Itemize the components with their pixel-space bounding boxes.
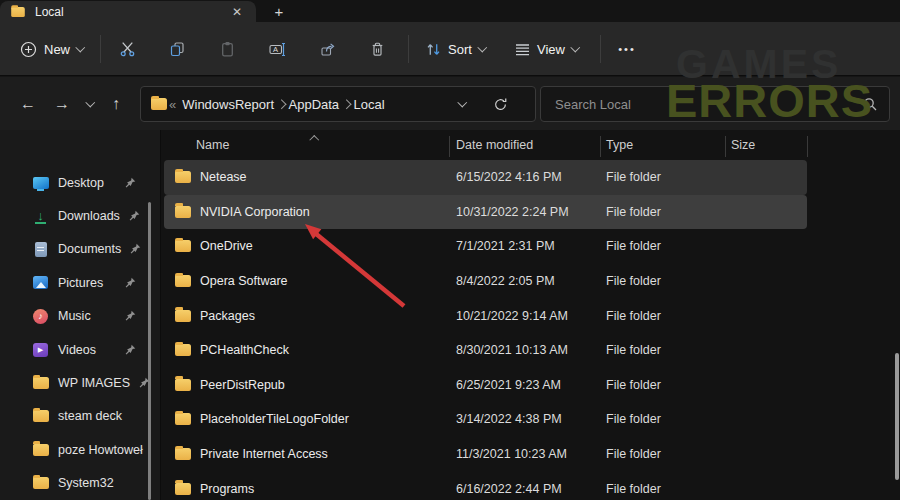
search-input[interactable] [541,87,889,121]
explorer-tab-local[interactable]: Local ✕ [0,1,256,22]
downloads-icon [32,208,49,225]
paste-icon [220,41,235,57]
column-header-date-modified[interactable]: Date modified [456,138,533,152]
sidebar-item-label: Pictures [58,276,103,290]
view-button[interactable]: View [505,33,588,65]
search-icon[interactable] [863,97,878,116]
close-tab-icon[interactable]: ✕ [228,4,246,20]
new-tab-button[interactable]: + [266,0,292,22]
sidebar-item-desktop[interactable]: Desktop [0,166,158,199]
copy-button[interactable] [158,33,196,65]
folder-icon [32,408,49,425]
paste-button[interactable] [208,33,246,65]
column-separator[interactable] [807,136,808,157]
back-button[interactable]: ← [15,91,41,117]
tab-bar: Local ✕ + [0,0,900,22]
file-row-onedrive[interactable]: OneDrive7/1/2021 2:31 PMFile folder [164,229,807,264]
file-type: File folder [606,447,661,461]
ellipsis-icon: ••• [618,43,636,55]
address-bar[interactable]: « WindowsReport AppData Local [140,86,536,122]
breadcrumb-windowsreport[interactable]: WindowsReport [182,97,274,112]
breadcrumb-local[interactable]: Local [354,97,385,112]
sidebar-item-videos[interactable]: Videos [0,333,158,366]
file-list: Name Date modified Type Size Netease6/15… [160,130,900,500]
sidebar-scrollbar[interactable] [148,202,151,500]
trash-icon [370,41,385,57]
folder-icon [175,171,191,183]
date-modified: 8/30/2021 10:13 AM [456,343,568,357]
file-type: File folder [606,343,661,357]
folder-icon [175,379,191,391]
file-row-peerdistrepub[interactable]: PeerDistRepub6/25/2021 9:23 AMFile folde… [164,368,807,403]
sort-button-label: Sort [448,42,472,57]
pin-icon [125,307,136,325]
tab-title: Local [35,5,64,19]
up-button[interactable]: ↑ [103,91,129,117]
view-button-label: View [537,42,565,57]
column-header-name[interactable]: Name [196,138,229,152]
file-row-pchealthcheck[interactable]: PCHealthCheck8/30/2021 10:13 AMFile fold… [164,333,807,368]
rename-button[interactable]: A [258,33,296,65]
forward-button[interactable]: → [49,91,75,117]
file-list-scrollbar[interactable] [895,353,899,480]
sidebar-item-music[interactable]: Music [0,300,158,333]
file-row-nvidia-corporation[interactable]: NVIDIA Corporation10/31/2022 2:24 PMFile… [164,195,807,230]
cut-button[interactable] [108,33,146,65]
file-row-packages[interactable]: Packages10/21/2022 9:14 AMFile folder [164,298,807,333]
name-cell: Opera Software [164,274,441,288]
column-separator[interactable] [600,136,601,157]
column-header-size[interactable]: Size [731,138,755,152]
recent-locations-button[interactable] [81,91,99,117]
new-button[interactable]: New [10,33,94,65]
file-row-placeholdertilelogofolder[interactable]: PlaceholderTileLogoFolder3/14/2022 4:38 … [164,402,807,437]
svg-text:A: A [273,45,278,54]
navigation-pane: DesktopDownloadsDocumentsPicturesMusicVi… [0,130,160,500]
file-name: Netease [200,170,247,184]
file-type: File folder [606,274,661,288]
file-name: PlaceholderTileLogoFolder [200,412,349,426]
name-cell: PCHealthCheck [164,343,441,357]
sidebar-item-system32[interactable]: System32 [0,467,158,500]
delete-button[interactable] [358,33,396,65]
chevron-down-icon [76,43,85,52]
address-dropdown-icon[interactable] [458,98,467,107]
sidebar-item-label: System32 [58,476,114,490]
folder-icon [175,413,191,425]
column-separator[interactable] [449,136,450,157]
folder-icon [175,240,191,252]
date-modified: 6/16/2022 2:44 PM [456,482,562,496]
file-name: PCHealthCheck [200,343,289,357]
desktop-icon [32,174,49,191]
file-explorer-window: Local ✕ + New [0,0,900,500]
file-row-private-internet-access[interactable]: Private Internet Access11/3/2021 10:23 A… [164,437,807,472]
copy-icon [170,42,185,57]
folder-icon [32,375,49,392]
sidebar-item-documents[interactable]: Documents [0,233,158,266]
sort-button[interactable]: Sort [416,33,495,65]
column-header-type[interactable]: Type [606,138,633,152]
file-name: Opera Software [200,274,288,288]
column-separator[interactable] [725,136,726,157]
folder-icon [32,475,49,492]
sidebar-item-steam-deck[interactable]: steam deck [0,400,158,433]
sidebar-item-label: Downloads [58,209,120,223]
chevron-down-icon [85,98,94,107]
toolbar-separator [408,35,409,63]
share-icon [320,42,335,57]
see-more-button[interactable]: ••• [608,33,646,65]
sidebar-item-pictures[interactable]: Pictures [0,266,158,299]
refresh-button[interactable] [493,97,508,116]
sidebar-item-label: steam deck [58,409,122,423]
sidebar-item-label: Music [58,309,91,323]
breadcrumb-overflow-icon[interactable]: « [169,97,176,112]
share-button[interactable] [308,33,346,65]
pin-icon [125,274,136,292]
breadcrumb-appdata[interactable]: AppData [289,97,340,112]
file-row-programs[interactable]: Programs6/16/2022 2:44 PMFile folder [164,471,807,500]
file-row-netease[interactable]: Netease6/15/2022 4:16 PMFile folder [164,160,807,195]
file-row-opera-software[interactable]: Opera Software8/4/2022 2:05 PMFile folde… [164,264,807,299]
sidebar-item-downloads[interactable]: Downloads [0,199,158,232]
sidebar-item-wp-images[interactable]: WP IMAGES [0,366,158,399]
sidebar-item-poze-howtowe[interactable]: poze Howtoweł [0,433,158,466]
view-list-icon [515,43,530,56]
